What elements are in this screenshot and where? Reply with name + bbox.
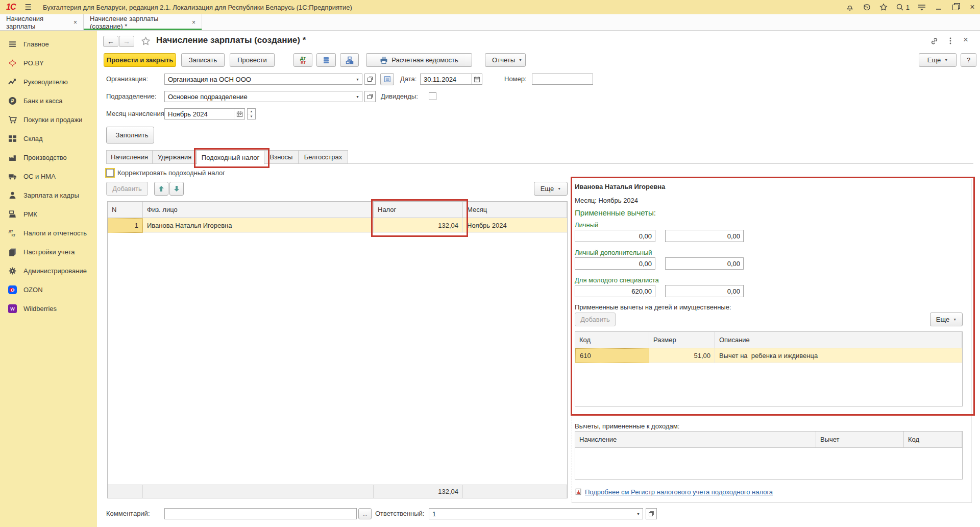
history-icon[interactable] xyxy=(862,3,871,12)
favorites-star-icon[interactable] xyxy=(879,3,888,12)
date-field[interactable] xyxy=(420,74,482,85)
payroll-sheet-button[interactable]: Расчетная ведомость xyxy=(366,53,472,67)
deduction-personal-additional-value2[interactable] xyxy=(665,257,744,270)
accrual-month-input[interactable] xyxy=(165,109,234,119)
month-calendar-icon[interactable] xyxy=(234,109,244,119)
organization-dropdown-icon[interactable]: ▼ xyxy=(353,74,362,84)
save-button[interactable]: Записать xyxy=(181,53,225,67)
window-tab-payroll-list[interactable]: Начисления зарплаты × xyxy=(0,14,84,30)
responsible-field[interactable]: ▼ xyxy=(429,508,643,519)
document-list-button[interactable] xyxy=(380,73,394,85)
help-button[interactable]: ? xyxy=(961,53,976,67)
back-button[interactable]: ← xyxy=(103,36,118,47)
department-open-button[interactable] xyxy=(364,91,376,102)
organization-open-button[interactable] xyxy=(364,74,376,85)
tab-income-tax[interactable]: Подоходный налог xyxy=(197,150,264,164)
favorite-star-icon[interactable] xyxy=(141,36,151,47)
close-form-icon[interactable]: × xyxy=(961,35,971,45)
tab-close-icon[interactable]: × xyxy=(192,19,195,26)
dt-kt-button[interactable]: ДтКт xyxy=(293,53,312,67)
tab-belgosstrakh[interactable]: Белгосстрах xyxy=(298,150,348,164)
dividends-checkbox[interactable] xyxy=(429,92,436,100)
close-window-icon[interactable]: × xyxy=(968,3,977,12)
department-dropdown-icon[interactable]: ▼ xyxy=(353,91,362,102)
month-spinner[interactable]: ▲▼ xyxy=(247,108,256,119)
date-input[interactable] xyxy=(421,74,471,84)
register-records-button[interactable] xyxy=(316,53,336,67)
employee-row[interactable]: 1 Иванова Наталья Игоревна 132,04 Ноябрь… xyxy=(108,218,567,233)
tax-cell[interactable]: 132,04 xyxy=(374,218,463,233)
responsible-dropdown-icon[interactable]: ▼ xyxy=(634,509,643,519)
date-calendar-icon[interactable] xyxy=(471,74,482,84)
children-deduction-row[interactable]: 610 51,00 Вычет на ребенка и иждивенца xyxy=(575,348,962,363)
employees-add-button[interactable]: Добавить xyxy=(106,182,148,196)
sidebar-item-salary-hr[interactable]: Зарплата и кадры xyxy=(0,186,97,205)
tab-close-icon[interactable]: × xyxy=(74,19,77,26)
sidebar-item-manager[interactable]: Руководителю xyxy=(0,73,97,91)
more-menu-dots-icon[interactable] xyxy=(945,36,955,46)
related-documents-button[interactable] xyxy=(340,53,359,67)
deduction-personal-additional-value1[interactable] xyxy=(575,257,655,270)
department-input[interactable] xyxy=(165,91,353,102)
row-number-cell[interactable]: 1 xyxy=(108,218,143,233)
sidebar-item-ozon[interactable]: O OZON xyxy=(0,280,97,299)
organization-field[interactable]: ▼ xyxy=(164,74,362,85)
fill-button[interactable]: Заполнить xyxy=(106,127,154,143)
sidebar-item-taxes-reports[interactable]: ДтКт Налоги и отчетность xyxy=(0,224,97,243)
responsible-input[interactable] xyxy=(429,509,634,519)
notifications-bell-icon[interactable] xyxy=(845,3,854,12)
deduction-personal-value1[interactable] xyxy=(575,230,655,242)
sidebar-item-fixed-assets[interactable]: ОС и НМА xyxy=(0,167,97,186)
main-menu-icon[interactable]: ☰ xyxy=(24,3,31,12)
sidebar-item-accounting-settings[interactable]: Настройки учета xyxy=(0,243,97,261)
sidebar-item-bank-cash[interactable]: ₽ Банк и касса xyxy=(0,91,97,110)
accrual-month-field[interactable] xyxy=(164,108,245,119)
sidebar-item-purchases-sales[interactable]: Покупки и продажи xyxy=(0,110,97,129)
tax-register-link[interactable]: Подробнее см Регистр налогового учета по… xyxy=(585,488,773,496)
person-cell[interactable]: Иванова Наталья Игоревна xyxy=(143,218,374,233)
sidebar-item-poby[interactable]: PO.BY xyxy=(0,54,97,73)
sidebar-item-main[interactable]: Главное xyxy=(0,35,97,54)
sidebar-item-warehouse[interactable]: Склад xyxy=(0,129,97,148)
responsible-open-button[interactable] xyxy=(646,508,657,519)
organization-input[interactable] xyxy=(165,74,353,84)
sidebar-item-production[interactable]: Производство xyxy=(0,148,97,167)
move-up-button[interactable] xyxy=(154,182,168,196)
comment-dots-button[interactable]: ... xyxy=(358,508,372,519)
month-cell[interactable]: Ноябрь 2024 xyxy=(463,218,567,233)
code-cell[interactable]: 610 xyxy=(575,348,649,363)
children-more-button[interactable]: Еще▼ xyxy=(930,313,963,326)
post-button[interactable]: Провести xyxy=(230,53,275,67)
number-input[interactable] xyxy=(532,74,593,84)
minimize-icon[interactable] xyxy=(934,3,943,12)
window-tab-payroll-new[interactable]: Начисление зарплаты (создание) * × xyxy=(84,14,202,30)
size-cell[interactable]: 51,00 xyxy=(649,348,715,363)
sidebar-item-administration[interactable]: Администрирование xyxy=(0,261,97,280)
deduction-young-specialist-value1[interactable] xyxy=(575,285,655,297)
number-field[interactable] xyxy=(532,74,593,85)
tab-withholdings[interactable]: Удержания xyxy=(152,150,197,164)
department-field[interactable]: ▼ xyxy=(164,91,362,102)
sidebar-item-rmk[interactable]: РМК xyxy=(0,205,97,224)
tab-contributions[interactable]: Взносы xyxy=(264,150,299,164)
adjust-income-tax-checkbox[interactable] xyxy=(106,169,114,177)
move-down-button[interactable] xyxy=(169,182,184,196)
description-cell[interactable]: Вычет на ребенка и иждивенца xyxy=(715,348,962,363)
children-add-button[interactable]: Добавить xyxy=(575,313,616,326)
deduction-personal-value2[interactable] xyxy=(665,230,744,242)
service-menu-icon[interactable] xyxy=(917,3,926,12)
forward-button[interactable]: → xyxy=(119,36,134,47)
get-link-icon[interactable] xyxy=(929,36,939,46)
search-icon[interactable]: 1 xyxy=(896,3,910,11)
sidebar-item-wildberries[interactable]: W Wildberries xyxy=(0,299,97,318)
post-and-close-button[interactable]: Провести и закрыть xyxy=(104,53,176,67)
deduction-young-specialist-value2[interactable] xyxy=(665,285,744,297)
reports-button[interactable]: Отчеты▼ xyxy=(485,53,526,67)
cart-icon xyxy=(8,115,17,124)
comment-field[interactable] xyxy=(164,508,357,519)
employees-more-button[interactable]: Еще▼ xyxy=(534,182,568,196)
form-more-button[interactable]: Еще▼ xyxy=(919,53,957,67)
tab-accruals[interactable]: Начисления xyxy=(106,150,153,164)
maximize-icon[interactable] xyxy=(951,3,960,12)
comment-input[interactable] xyxy=(165,509,356,519)
